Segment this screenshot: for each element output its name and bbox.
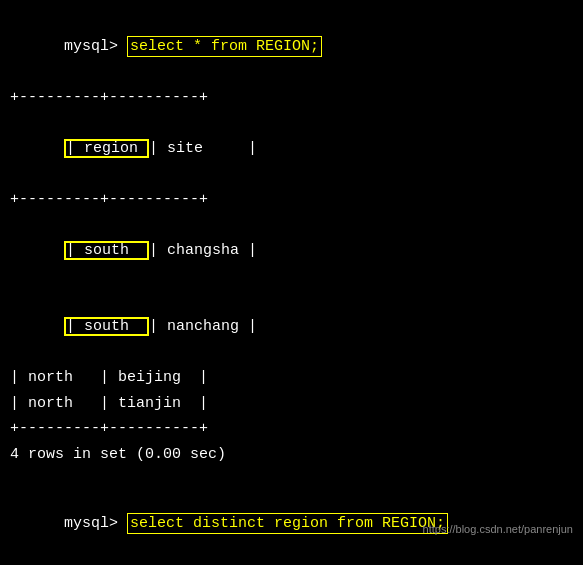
table-row-1-3: | north | beijing | — [10, 365, 573, 391]
prompt-2: mysql> — [64, 515, 127, 532]
table-data-south1-box: | south — [64, 241, 149, 260]
command-line-1: mysql> select * from REGION; — [10, 8, 573, 85]
watermark: https://blog.csdn.net/panrenjun — [423, 523, 573, 535]
command-text-2: select distinct region from REGION; — [127, 513, 448, 534]
terminal: mysql> select * from REGION; +---------+… — [0, 0, 583, 565]
table-top-border-1: +---------+----------+ — [10, 85, 573, 111]
table-header-region-box: | | region | site |region — [64, 139, 149, 158]
table-header-site: | site | — [149, 140, 257, 157]
table-mid-border-1: +---------+----------+ — [10, 187, 573, 213]
table-header-1: | | region | site |region | site | — [10, 110, 573, 187]
result-1: 4 rows in set (0.00 sec) — [10, 442, 573, 468]
table-top-border-2: +---------+ — [10, 562, 573, 566]
table-data-south2-box: | south — [64, 317, 149, 336]
table-row-1-1: | south | changsha | — [10, 212, 573, 289]
prompt-1: mysql> — [64, 38, 127, 55]
table-row-1-2: | south | nanchang | — [10, 289, 573, 366]
table-row-1-4: | north | tianjin | — [10, 391, 573, 417]
section-1: mysql> select * from REGION; +---------+… — [10, 8, 573, 467]
table-bot-border-1: +---------+----------+ — [10, 416, 573, 442]
command-text-1: select * from REGION; — [127, 36, 322, 57]
